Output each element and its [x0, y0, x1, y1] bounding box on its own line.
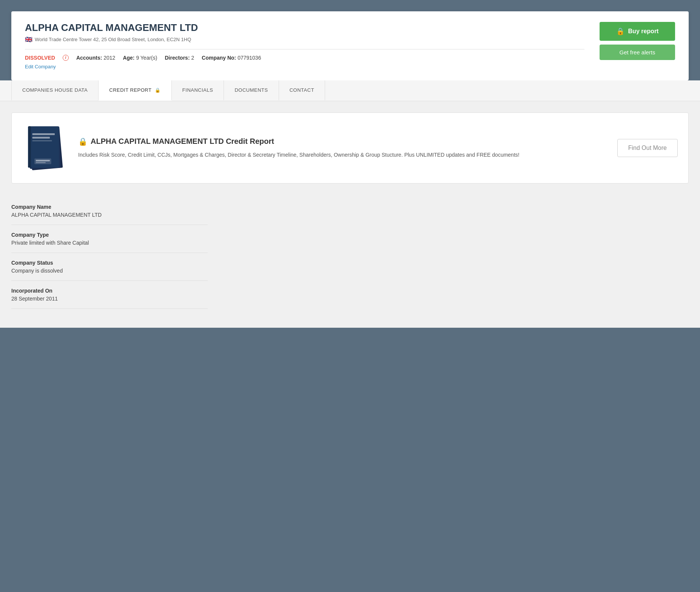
company-name: ALPHA CAPITAL MANAGEMENT LTD [25, 22, 584, 34]
svg-rect-8 [36, 160, 50, 162]
credit-report-info: 🔒 ALPHA CAPITAL MANAGEMENT LTD Credit Re… [78, 137, 607, 159]
company-status-value: Company is dissolved [11, 268, 208, 274]
tab-documents[interactable]: DOCUMENTS [224, 80, 279, 101]
find-out-more-button[interactable]: Find Out More [617, 139, 678, 157]
company-name-label: Company Name [11, 204, 208, 210]
tab-companies-house-data[interactable]: COMPANIES HOUSE DATA [11, 80, 99, 101]
tab-lock-icon: 🔒 [155, 88, 161, 93]
company-name-value: ALPHA CAPITAL MANAGEMENT LTD [11, 212, 208, 218]
company-no-meta: Company No: 07791036 [202, 55, 261, 61]
age-label: Age: [123, 55, 134, 61]
company-address: 🇬🇧 World Trade Centre Tower 42, 25 Old B… [25, 36, 584, 43]
detail-company-status: Company Status Company is dissolved [11, 253, 208, 281]
credit-report-description: Includes Risk Score, Credit Limit, CCJs,… [78, 151, 607, 159]
detail-company-name: Company Name ALPHA CAPITAL MANAGEMENT LT… [11, 197, 208, 225]
tab-contact[interactable]: CONTACT [279, 80, 325, 101]
company-type-value: Private limited with Share Capital [11, 240, 208, 246]
action-buttons: 🔒 Buy report Get free alerts [600, 22, 675, 60]
detail-incorporated-on: Incorporated On 28 September 2011 [11, 281, 208, 309]
svg-rect-9 [36, 162, 46, 163]
status-dissolved: DISSOLVED [25, 55, 55, 61]
company-meta: DISSOLVED i Accounts: 2012 Age: 9 Year(s… [25, 55, 584, 61]
incorporated-on-label: Incorporated On [11, 288, 208, 294]
main-content: 🔒 ALPHA CAPITAL MANAGEMENT LTD Credit Re… [0, 101, 700, 328]
credit-report-title: 🔒 ALPHA CAPITAL MANAGEMENT LTD Credit Re… [78, 137, 607, 146]
svg-rect-6 [32, 140, 52, 142]
detail-company-type: Company Type Private limited with Share … [11, 225, 208, 253]
company-header-card: ALPHA CAPITAL MANAGEMENT LTD 🇬🇧 World Tr… [11, 11, 689, 80]
title-lock-icon: 🔒 [78, 137, 88, 146]
company-type-label: Company Type [11, 232, 208, 238]
tab-credit-report[interactable]: CREDIT REPORT 🔒 [99, 80, 172, 101]
company-no-label: Company No: [202, 55, 236, 61]
divider [25, 49, 584, 49]
tab-financials[interactable]: FINANCIALS [172, 80, 224, 101]
age-meta: Age: 9 Year(s) [123, 55, 157, 61]
navigation-tabs: COMPANIES HOUSE DATA CREDIT REPORT 🔒 FIN… [0, 80, 700, 101]
accounts-value: 2012 [103, 55, 115, 61]
svg-rect-5 [32, 137, 50, 139]
age-value: 9 Year(s) [136, 55, 157, 61]
uk-flag-icon: 🇬🇧 [25, 36, 32, 43]
directors-meta: Directors: 2 [165, 55, 194, 61]
info-icon[interactable]: i [63, 55, 69, 61]
svg-rect-3 [28, 126, 31, 168]
company-info: ALPHA CAPITAL MANAGEMENT LTD 🇬🇧 World Tr… [25, 22, 584, 70]
credit-report-card: 🔒 ALPHA CAPITAL MANAGEMENT LTD Credit Re… [11, 113, 689, 183]
company-no-value: 07791036 [237, 55, 261, 61]
directors-label: Directors: [165, 55, 190, 61]
get-free-alerts-button[interactable]: Get free alerts [600, 45, 675, 60]
svg-rect-4 [32, 133, 55, 135]
company-status-label: Company Status [11, 260, 208, 266]
lock-icon: 🔒 [616, 27, 624, 35]
company-details-section: Company Name ALPHA CAPITAL MANAGEMENT LT… [11, 197, 689, 309]
accounts-meta: Accounts: 2012 [76, 55, 116, 61]
buy-report-button[interactable]: 🔒 Buy report [600, 22, 675, 41]
directors-value: 2 [191, 55, 194, 61]
book-cover-image [22, 123, 68, 173]
accounts-label: Accounts: [76, 55, 102, 61]
edit-company-link[interactable]: Edit Company [25, 64, 56, 69]
incorporated-on-value: 28 September 2011 [11, 296, 208, 302]
